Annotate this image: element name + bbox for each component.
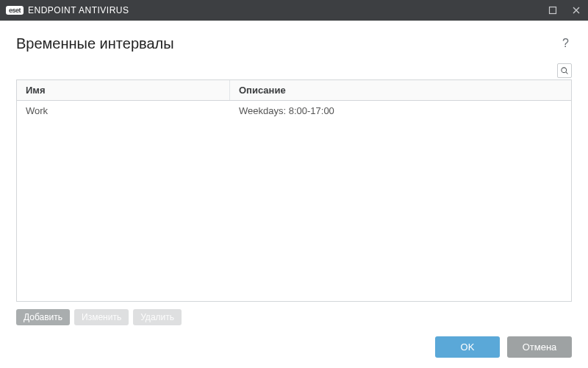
help-icon[interactable]: ? [559, 34, 572, 53]
page-title: Временные интервалы [16, 35, 559, 52]
table-row[interactable]: Work Weekdays: 8:00-17:00 [17, 101, 571, 121]
dialog-footer: OK Отмена [0, 325, 588, 368]
column-header-name[interactable]: Имя [17, 80, 230, 100]
window-close-button[interactable] [564, 0, 588, 21]
titlebar: eset ENDPOINT ANTIVIRUS [0, 0, 588, 21]
close-icon [572, 6, 581, 15]
svg-line-2 [566, 72, 568, 74]
column-header-description[interactable]: Описание [230, 80, 571, 100]
add-button[interactable]: Добавить [16, 309, 70, 325]
cell-name: Work [17, 101, 230, 121]
maximize-icon [548, 6, 557, 15]
table-body: Work Weekdays: 8:00-17:00 [17, 101, 571, 301]
brand-logo: eset [6, 6, 24, 15]
edit-button: Изменить [74, 309, 129, 325]
delete-button: Удалить [133, 309, 182, 325]
table-header: Имя Описание [17, 80, 571, 101]
cancel-button[interactable]: Отмена [507, 336, 572, 358]
ok-button[interactable]: OK [435, 336, 500, 358]
time-intervals-table: Имя Описание Work Weekdays: 8:00-17:00 [16, 79, 572, 302]
svg-rect-0 [550, 7, 556, 14]
app-name: ENDPOINT ANTIVIRUS [28, 5, 129, 15]
cell-description: Weekdays: 8:00-17:00 [230, 101, 571, 121]
svg-point-1 [562, 68, 567, 73]
window-maximize-button[interactable] [541, 0, 564, 21]
search-button[interactable] [557, 63, 572, 78]
search-icon [560, 66, 569, 75]
